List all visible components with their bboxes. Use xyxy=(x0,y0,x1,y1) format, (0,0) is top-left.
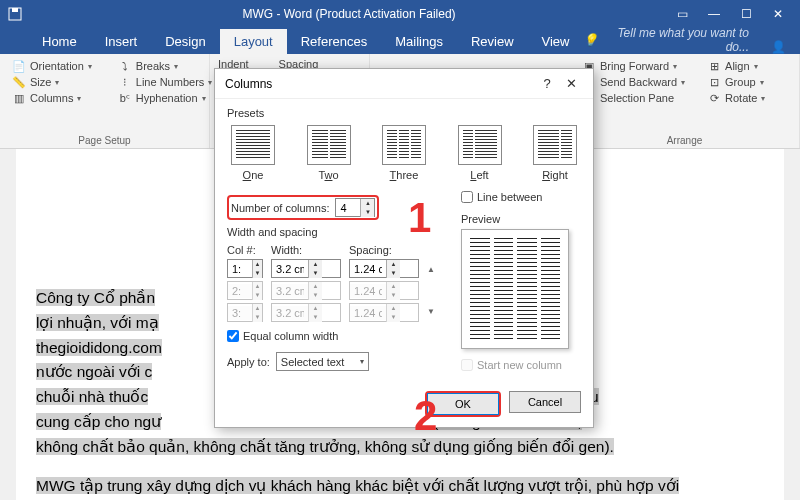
hyphenation-button[interactable]: bᶜHyphenation▾ xyxy=(114,90,216,106)
cancel-button[interactable]: Cancel xyxy=(509,391,581,413)
columns-icon: ▥ xyxy=(12,91,26,105)
group-button[interactable]: ⊡Group▾ xyxy=(703,74,769,90)
align-button[interactable]: ⊞Align▾ xyxy=(703,58,769,74)
breaks-button[interactable]: ⤵Breaks▾ xyxy=(114,58,216,74)
width-spacing-label: Width and spacing xyxy=(227,226,441,238)
col1-spacing[interactable]: ▲▼ xyxy=(349,259,419,278)
tab-view[interactable]: View xyxy=(528,29,584,54)
col2-width: ▲▼ xyxy=(271,281,341,300)
spin-down-icon[interactable]: ▼ xyxy=(361,208,374,217)
apply-to-label: Apply to: xyxy=(227,356,270,368)
preview-label: Preview xyxy=(461,213,581,225)
apply-to-select[interactable]: Selected text ▾ xyxy=(276,352,370,371)
tab-references[interactable]: References xyxy=(287,29,381,54)
preset-two[interactable]: Two xyxy=(307,125,351,181)
send-backward-button[interactable]: ▢Send Backward▾ xyxy=(578,74,689,90)
align-icon: ⊞ xyxy=(707,59,721,73)
orientation-button[interactable]: 📄Orientation▾ xyxy=(8,58,96,74)
preset-three[interactable]: Three xyxy=(382,125,426,181)
col1-width[interactable]: ▲▼ xyxy=(271,259,341,278)
num-cols-input[interactable] xyxy=(336,201,360,215)
maximize-icon[interactable]: ☐ xyxy=(732,7,760,21)
window-title: MWG - Word (Product Activation Failed) xyxy=(30,7,668,21)
help-icon[interactable]: ? xyxy=(535,76,559,91)
bring-forward-button[interactable]: ▣Bring Forward▾ xyxy=(578,58,689,74)
scroll-up-icon[interactable]: ▲ xyxy=(427,265,441,275)
tab-home[interactable]: Home xyxy=(28,29,91,54)
share-button[interactable]: 👤 xyxy=(757,40,800,54)
line-between-label: Line between xyxy=(477,191,542,203)
chevron-down-icon: ▾ xyxy=(360,357,364,366)
rotate-button[interactable]: ⟳Rotate▾ xyxy=(703,90,769,106)
columns-dialog: Columns ? ✕ Presets One Two Three Left xyxy=(214,68,594,428)
preview-image xyxy=(461,229,569,349)
col3-spacing: ▲▼ xyxy=(349,303,419,322)
arrange-label: Arrange xyxy=(578,135,791,146)
tab-layout[interactable]: Layout xyxy=(220,29,287,54)
breaks-icon: ⤵ xyxy=(118,59,132,73)
dialog-close-icon[interactable]: ✕ xyxy=(559,76,583,91)
num-cols-spinner[interactable]: ▲▼ xyxy=(335,198,375,217)
spin-up-icon[interactable]: ▲ xyxy=(361,199,374,208)
col2-spacing: ▲▼ xyxy=(349,281,419,300)
line-between-checkbox[interactable] xyxy=(461,191,473,203)
col1-num[interactable]: ▲▼ xyxy=(227,259,263,278)
rotate-icon: ⟳ xyxy=(707,91,721,105)
preset-one[interactable]: One xyxy=(231,125,275,181)
save-icon[interactable] xyxy=(8,7,22,21)
preset-right[interactable]: Right xyxy=(533,125,577,181)
orientation-icon: 📄 xyxy=(12,59,26,73)
columns-button[interactable]: ▥Columns▾ xyxy=(8,90,96,106)
minimize-icon[interactable]: — xyxy=(700,7,728,21)
lightbulb-icon: 💡 xyxy=(583,33,598,47)
tab-review[interactable]: Review xyxy=(457,29,528,54)
tab-mailings[interactable]: Mailings xyxy=(381,29,457,54)
tell-me[interactable]: 💡 Tell me what you want to do... xyxy=(583,26,757,54)
dialog-title: Columns xyxy=(225,77,535,91)
page-setup-label: Page Setup xyxy=(8,135,201,146)
num-cols-label: Number of columns: xyxy=(231,202,329,214)
start-new-checkbox xyxy=(461,359,473,371)
start-new-label: Start new column xyxy=(477,359,562,371)
equal-width-label: Equal column width xyxy=(243,330,338,342)
presets-label: Presets xyxy=(227,107,581,119)
ribbon-options-icon[interactable]: ▭ xyxy=(668,7,696,21)
group-icon: ⊡ xyxy=(707,75,721,89)
hyphenation-icon: bᶜ xyxy=(118,91,132,105)
equal-width-checkbox[interactable] xyxy=(227,330,239,342)
preset-left[interactable]: Left xyxy=(458,125,502,181)
col2-num: ▲▼ xyxy=(227,281,263,300)
line-numbers-icon: ⁝ xyxy=(118,75,132,89)
col3-num: ▲▼ xyxy=(227,303,263,322)
ribbon-tabs: Home Insert Design Layout References Mai… xyxy=(0,28,800,54)
tab-insert[interactable]: Insert xyxy=(91,29,152,54)
line-numbers-button[interactable]: ⁝Line Numbers▾ xyxy=(114,74,216,90)
size-icon: 📏 xyxy=(12,75,26,89)
svg-rect-1 xyxy=(12,8,18,12)
selection-pane-button[interactable]: ▤Selection Pane xyxy=(578,90,689,106)
ok-button[interactable]: OK xyxy=(427,393,499,415)
scroll-down-icon[interactable]: ▼ xyxy=(427,307,441,317)
col3-width: ▲▼ xyxy=(271,303,341,322)
size-button[interactable]: 📏Size▾ xyxy=(8,74,96,90)
tab-design[interactable]: Design xyxy=(151,29,219,54)
title-bar: MWG - Word (Product Activation Failed) ▭… xyxy=(0,0,800,28)
close-icon[interactable]: ✕ xyxy=(764,7,792,21)
